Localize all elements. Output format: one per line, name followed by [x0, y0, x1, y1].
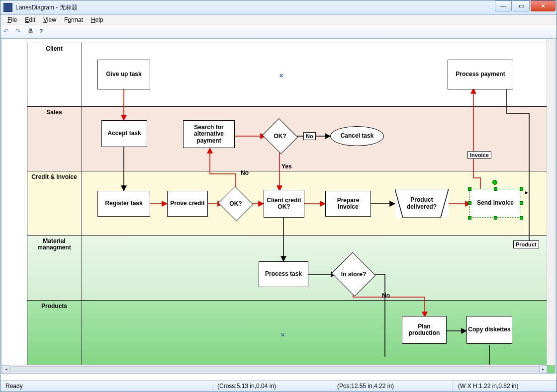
selection-handle[interactable]: [468, 187, 471, 191]
node-process-task[interactable]: Process task: [259, 261, 308, 287]
node-product-delivered[interactable]: Product delivered?: [395, 189, 449, 218]
status-pos: (Pos:12.55 in,4.22 in): [332, 381, 453, 392]
anchor-cross-icon: ✕: [280, 332, 285, 338]
node-prepare-invoice[interactable]: Prepare Invoice: [325, 191, 371, 217]
selection-handle[interactable]: [520, 216, 523, 220]
node-send-invoice[interactable]: Send invoice: [469, 189, 521, 218]
anchor-cross-icon: ✕: [279, 73, 283, 79]
lanes-left-border: [27, 43, 27, 374]
selection-handle[interactable]: [520, 187, 523, 191]
print-icon[interactable]: 🖶: [27, 28, 35, 36]
scroll-right-button[interactable]: ▸: [539, 365, 547, 373]
menu-help[interactable]: Help: [87, 15, 107, 24]
lane-label-sales: Sales: [27, 107, 82, 116]
undo-icon[interactable]: ↶: [3, 28, 11, 36]
rotate-handle[interactable]: [492, 180, 497, 185]
expand-indicator-icon[interactable]: ▸: [525, 189, 528, 196]
node-process-payment[interactable]: Process payment: [448, 60, 513, 89]
selection-handle[interactable]: [494, 187, 497, 191]
menu-format[interactable]: Format: [60, 15, 87, 24]
diagram-canvas[interactable]: Client Sales Credit & Invoice Material m…: [2, 39, 547, 367]
node-ok-sales[interactable]: OK?: [267, 124, 293, 148]
node-accept-task[interactable]: Accept task: [101, 120, 147, 147]
node-in-store[interactable]: In store?: [337, 259, 370, 289]
menubar: File Edit View Format Help: [0, 15, 557, 25]
redo-icon[interactable]: ↷: [15, 28, 23, 36]
horizontal-scrollbar[interactable]: ◂ ▸: [2, 365, 547, 373]
label-invoice: Invoice: [467, 151, 491, 159]
minimize-button[interactable]: —: [495, 0, 512, 11]
lane-label-material: Material managment: [27, 236, 82, 251]
label-no-sales: No: [303, 132, 316, 140]
lane-label-credit: Credit & Invoice: [27, 172, 82, 180]
node-register-task[interactable]: Register task: [97, 191, 150, 217]
vertical-scrollbar[interactable]: [547, 39, 555, 365]
status-ready: Ready: [0, 381, 212, 392]
node-plan-production[interactable]: Plan production: [402, 316, 447, 344]
selection-handle[interactable]: [468, 201, 471, 205]
app-icon: [3, 3, 12, 12]
node-prove-credit[interactable]: Prove credit: [167, 191, 208, 217]
label-product: Product: [513, 240, 539, 248]
node-search-alt-payment[interactable]: Search for alternative payment: [183, 120, 235, 148]
status-cross: (Cross:5.13 in,0.04 in): [212, 381, 332, 392]
menu-file[interactable]: File: [3, 15, 21, 24]
close-button[interactable]: ✕: [531, 0, 556, 11]
window-title: LanesDiagram - 无标题: [15, 3, 78, 12]
scroll-thumb[interactable]: [10, 366, 539, 372]
lane-label-client: Client: [27, 44, 82, 52]
status-size: (W X H:1.22 in,0.82 in): [453, 381, 557, 392]
lane-label-products: Products: [27, 301, 82, 310]
menu-edit[interactable]: Edit: [21, 15, 39, 24]
label-no-credit: No: [241, 169, 249, 176]
selection-handle[interactable]: [494, 216, 497, 220]
maximize-button[interactable]: ▭: [513, 0, 530, 11]
label-yes: Yes: [281, 163, 292, 170]
canvas-area[interactable]: Client Sales Credit & Invoice Material m…: [1, 38, 556, 374]
node-give-up-task[interactable]: Give up task: [97, 60, 150, 89]
selection-handle[interactable]: [468, 216, 471, 220]
selection-handle[interactable]: [520, 201, 523, 205]
node-client-credit-ok[interactable]: Client credit OK?: [264, 190, 304, 218]
lanes-label-separator: [82, 43, 82, 374]
titlebar: LanesDiagram - 无标题 — ▭ ✕: [0, 0, 557, 15]
node-cancel-task[interactable]: Cancel task: [330, 126, 384, 146]
help-icon[interactable]: ?: [39, 28, 47, 36]
node-copy-diskettes[interactable]: Copy diskettes: [466, 316, 512, 344]
node-ok-credit[interactable]: OK?: [223, 192, 249, 216]
menu-view[interactable]: View: [39, 15, 60, 24]
scroll-left-button[interactable]: ◂: [2, 365, 10, 373]
statusbar: Ready (Cross:5.13 in,0.04 in) (Pos:12.55…: [0, 380, 557, 392]
toolbar: ↶ ↷ 🖶 ?: [0, 25, 557, 39]
label-no-store: No: [382, 292, 390, 299]
